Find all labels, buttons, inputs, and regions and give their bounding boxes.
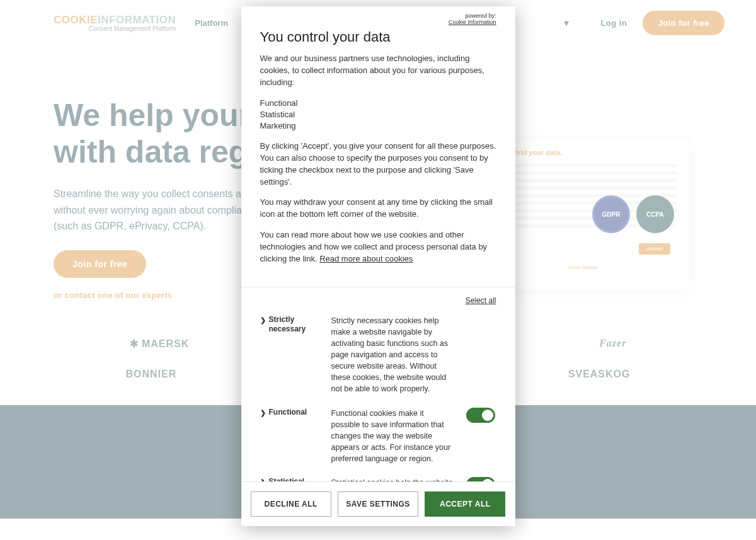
decline-all-button[interactable]: DECLINE ALL bbox=[251, 491, 331, 517]
read-more-link[interactable]: Read more about cookies bbox=[319, 254, 413, 263]
purpose-list: Functional Statistical Marketing bbox=[260, 98, 496, 132]
accept-all-button[interactable]: ACCEPT ALL bbox=[425, 491, 505, 517]
category-strictly-necessary: ❯Strictly necessary Strictly necessary c… bbox=[241, 309, 515, 401]
modal-footer: DECLINE ALL SAVE SETTINGS ACCEPT ALL bbox=[241, 481, 515, 526]
category-toggle-expand[interactable]: ❯Statistical bbox=[260, 477, 320, 481]
category-toggle-expand[interactable]: ❯Functional bbox=[260, 408, 320, 465]
category-toggle-expand[interactable]: ❯Strictly necessary bbox=[260, 315, 320, 395]
modal-intro: We and our business partners use technol… bbox=[260, 53, 496, 89]
powered-by-link[interactable]: Cookie Information bbox=[449, 19, 496, 25]
functional-toggle[interactable] bbox=[466, 408, 495, 423]
accept-notice: By clicking 'Accept', you give your cons… bbox=[260, 141, 496, 188]
consent-modal: powered by: Cookie Information You contr… bbox=[241, 6, 515, 526]
select-all-link[interactable]: Select all bbox=[241, 287, 515, 309]
withdraw-notice: You may withdraw your consent at any tim… bbox=[260, 197, 496, 221]
category-desc: Strictly necessary cookies help make a w… bbox=[331, 315, 455, 395]
powered-by: powered by: Cookie Information bbox=[241, 6, 515, 29]
read-more-notice: You can read more about how we use cooki… bbox=[260, 229, 496, 265]
modal-overlay: powered by: Cookie Information You contr… bbox=[0, 0, 756, 540]
category-functional: ❯Functional Functional cookies make it p… bbox=[241, 401, 515, 471]
modal-header: You control your data We and our busines… bbox=[241, 29, 515, 287]
category-desc: Statistical cookies help the website own… bbox=[331, 477, 455, 481]
statistical-toggle[interactable] bbox=[466, 477, 495, 481]
category-desc: Functional cookies make it possible to s… bbox=[331, 408, 455, 465]
chevron-right-icon: ❯ bbox=[260, 316, 266, 325]
chevron-right-icon: ❯ bbox=[260, 408, 266, 417]
save-settings-button[interactable]: SAVE SETTINGS bbox=[338, 491, 418, 517]
category-statistical: ❯Statistical Statistical cookies help th… bbox=[241, 471, 515, 481]
modal-title: You control your data bbox=[260, 29, 496, 45]
